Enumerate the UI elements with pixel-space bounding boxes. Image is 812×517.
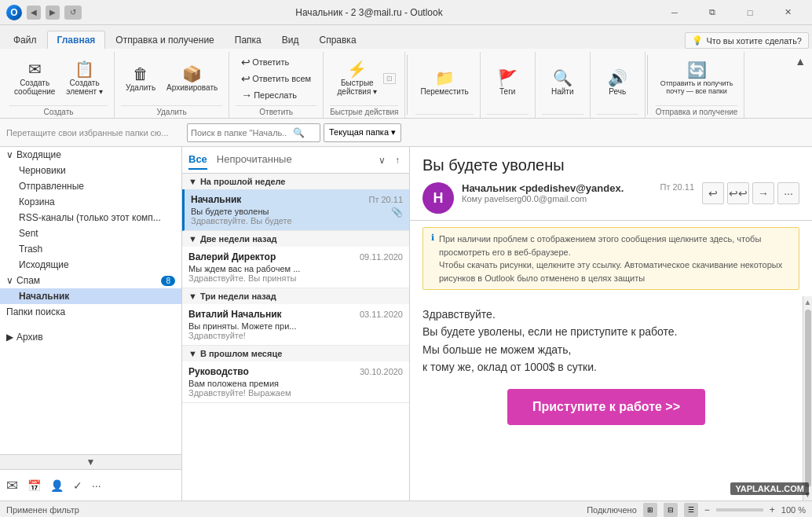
sidebar-item-inbox[interactable]: ∨ Входящие	[0, 147, 181, 163]
msg-item-0-date: Пт 20.11	[368, 195, 403, 204]
sidebar-item-sent[interactable]: Отправленные	[0, 178, 181, 194]
contacts-nav-icon[interactable]: 👤	[50, 479, 64, 492]
forward-btn[interactable]: → Переслать	[236, 87, 302, 103]
msg-item-3-preview: Здравствуйте! Выражаем	[188, 388, 403, 398]
quick-buttons: ⚡ Быстрыедействия ▾ ⊡	[330, 52, 398, 105]
tags-buttons: 🚩 Теги	[487, 52, 529, 114]
cta-button[interactable]: Приступите к работе >>	[507, 389, 705, 425]
layout-btn-3[interactable]: ☰	[684, 503, 698, 517]
tab-help[interactable]: Справка	[309, 31, 366, 49]
layout-btn-1[interactable]: ⊞	[643, 503, 657, 517]
body-line-4: к тому же, оклад от 1000$ в сутки.	[422, 358, 790, 376]
search-input[interactable]	[188, 128, 290, 138]
section-last-month[interactable]: ▼ В прошлом месяце	[182, 346, 409, 361]
sidebar-scroll-down[interactable]: ▼	[0, 454, 181, 469]
back-btn[interactable]: ◀	[27, 6, 41, 20]
search-icon[interactable]: 🔍	[290, 126, 308, 140]
section-last-week[interactable]: ▼ На прошлой неделе	[182, 174, 409, 189]
tags-btn[interactable]: 🚩 Теги	[492, 67, 523, 99]
sidebar-sent-label: Отправленные	[19, 181, 84, 192]
ribbon-group-tags: 🚩 Теги	[481, 52, 536, 118]
sidebar-item-spam[interactable]: ∨ Спам 8	[0, 273, 181, 288]
email-recipient: Кому pavelserg00.0@gmail.com	[462, 194, 646, 204]
msg-item-3[interactable]: Руководство 30.10.2020 Вам положена прем…	[182, 361, 409, 403]
quick-expand-icon[interactable]: ⊡	[383, 73, 396, 84]
more-nav-icon[interactable]: ···	[92, 479, 101, 492]
tab-send-receive[interactable]: Отправка и получение	[105, 31, 224, 49]
email-scroll-thumb[interactable]	[805, 310, 811, 487]
restore-btn[interactable]: ⧉	[694, 0, 730, 25]
tab-view[interactable]: Вид	[272, 31, 309, 49]
sidebar-item-drafts[interactable]: Черновики	[0, 163, 181, 178]
section-label-last-week: На прошлой неделе	[200, 177, 286, 186]
speech-btn[interactable]: 🔊 Речь	[602, 67, 633, 99]
email-reply-btn[interactable]: ↩	[702, 182, 724, 204]
tab-folder[interactable]: Папка	[225, 31, 272, 49]
tab-all[interactable]: Все	[188, 150, 207, 170]
section-two-weeks[interactable]: ▼ Две недели назад	[182, 231, 409, 247]
sidebar-item-sent2[interactable]: Sent	[0, 226, 181, 241]
calendar-nav-icon[interactable]: 📅	[27, 479, 41, 492]
msg-item-2-sender: Виталий Начальник	[188, 309, 282, 320]
tab-home[interactable]: Главная	[47, 31, 106, 49]
sidebar-item-search-folders[interactable]: Папки поиска	[0, 304, 181, 320]
lightbulb-icon: 💡	[692, 35, 703, 46]
email-forward-btn[interactable]: →	[752, 182, 774, 204]
status-bar-right: Подключено ⊞ ⊟ ☰ − + 100 %	[587, 503, 806, 517]
msg-tab-controls: ∨ ↑	[375, 153, 403, 167]
zoom-minus-btn[interactable]: −	[704, 504, 710, 515]
ribbon-group-delete: 🗑 Удалить 📦 Архивировать Удалить	[115, 52, 229, 118]
tab-unread[interactable]: Непрочитанные	[217, 150, 292, 170]
sidebar-item-trash2[interactable]: Trash	[0, 241, 181, 257]
delete-btn[interactable]: 🗑 Удалить	[121, 63, 160, 95]
send-receive-btn[interactable]: 🔄 Отправить и получитьпочту — все папки	[656, 59, 738, 98]
reply-all-btn[interactable]: ↩ Ответить всем	[236, 71, 316, 86]
tasks-nav-icon[interactable]: ✓	[73, 479, 82, 492]
sidebar-item-trash[interactable]: Корзина	[0, 194, 181, 210]
msg-item-1[interactable]: Валерий Директор 09.11.2020 Мы ждем вас …	[182, 247, 409, 288]
archive-btn[interactable]: 📦 Архивировать	[162, 63, 222, 95]
tab-file[interactable]: Файл	[3, 31, 47, 49]
sidebar-item-outbox[interactable]: Исходящие	[0, 257, 181, 273]
forward-btn[interactable]: ▶	[46, 6, 60, 20]
msg-sort-up-btn[interactable]: ↑	[392, 153, 403, 167]
sidebar-item-rss[interactable]: RSS-каналы (только этот комп...	[0, 210, 181, 226]
sidebar-trash-label: Корзина	[19, 196, 55, 207]
toolbar-area: Перетащите свои избранные папки сю... 🔍 …	[0, 119, 812, 147]
section-three-weeks[interactable]: ▼ Три недели назад	[182, 288, 409, 304]
title-bar-title: Начальник - 2 3@mail.ru - Outlook	[82, 7, 657, 18]
find-btn[interactable]: 🔍 Найти	[547, 67, 579, 99]
sidebar-item-archive[interactable]: ▶ Архив	[0, 329, 181, 345]
new-message-btn[interactable]: ✉ Создатьсообщение	[9, 58, 60, 99]
minimize-btn[interactable]: ─	[657, 0, 693, 25]
ribbon-group-reply: ↩ Ответить ↩ Ответить всем → Переслать О…	[229, 52, 324, 118]
speech-icon: 🔊	[608, 70, 627, 86]
reply-btn[interactable]: ↩ Ответить	[236, 54, 294, 70]
message-list-tabs: Все Непрочитанные ∨ ↑	[182, 147, 409, 174]
move-btn[interactable]: 📁 Переместить	[415, 67, 473, 99]
layout-btn-2[interactable]: ⊟	[664, 503, 678, 517]
ribbon-collapse-btn[interactable]: ▲	[795, 55, 806, 68]
email-sender-name: Начальник <pdedishev@yandex.	[462, 182, 646, 194]
msg-sort-down-btn[interactable]: ∨	[375, 153, 389, 167]
search-box: 🔍	[187, 123, 320, 142]
email-more-btn[interactable]: ···	[777, 182, 799, 204]
maximize-btn[interactable]: □	[732, 0, 768, 25]
undo-btn[interactable]: ↺	[64, 6, 82, 20]
sidebar-item-nachalnik[interactable]: Начальник	[0, 288, 181, 304]
quick-actions-btn[interactable]: ⚡ Быстрыедействия ▾	[332, 58, 382, 99]
search-actions-btn[interactable]: 💡 Что вы хотите сделать?	[685, 32, 809, 49]
reply-group-label: Ответить	[236, 105, 316, 118]
mail-nav-icon[interactable]: ✉	[6, 477, 18, 494]
new-element-btn[interactable]: 📋 Создатьэлемент ▾	[61, 58, 108, 99]
email-reply-all-btn[interactable]: ↩↩	[727, 182, 749, 204]
email-scroll-up[interactable]: ▲	[804, 298, 812, 306]
zoom-plus-btn[interactable]: +	[770, 504, 775, 515]
msg-item-2[interactable]: Виталий Начальник 03.11.2020 Вы приняты.…	[182, 304, 409, 346]
send-receive-buttons: 🔄 Отправить и получитьпочту — все папки	[656, 52, 738, 105]
email-actions: ↩ ↩↩ → ···	[702, 182, 799, 204]
zoom-slider[interactable]	[716, 508, 763, 512]
msg-item-0[interactable]: Начальник Пт 20.11 Вы будете уволены Здр…	[182, 189, 409, 231]
folder-dropdown[interactable]: Текущая папка ▾	[324, 123, 401, 142]
close-btn[interactable]: ✕	[770, 0, 806, 25]
